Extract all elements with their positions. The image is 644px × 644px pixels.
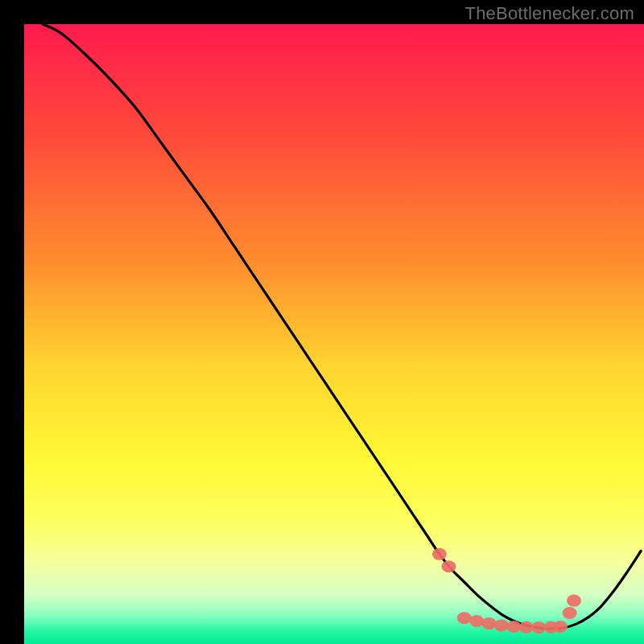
curve-marker	[494, 619, 509, 631]
curve-marker	[531, 621, 546, 634]
curve-marker	[563, 607, 577, 619]
chart-frame	[12, 12, 632, 632]
watermark-text: TheBottlenecker.com	[465, 3, 634, 24]
curve-marker	[482, 617, 497, 630]
gradient-background	[24, 24, 644, 644]
curve-marker	[567, 595, 581, 607]
curve-marker	[469, 615, 484, 627]
curve-marker	[432, 548, 447, 560]
bottleneck-chart	[24, 24, 644, 644]
curve-marker	[506, 621, 521, 633]
curve-marker	[553, 621, 568, 633]
curve-marker	[519, 621, 534, 634]
curve-marker	[441, 560, 456, 572]
curve-marker	[457, 612, 472, 624]
